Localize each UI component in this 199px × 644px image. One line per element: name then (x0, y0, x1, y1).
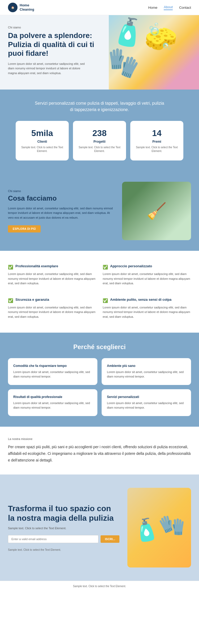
check-icon-3: ✅ (103, 298, 108, 303)
why-card-desc-0: Lorem ipsum dolor sit amet, consetetur s… (13, 370, 92, 379)
feature-item-2: ✅ Sicurezza e garanzia Lorem ipsum dolor… (8, 295, 96, 322)
what-title: Cosa facciamo (8, 194, 114, 202)
feature-header-2: ✅ Sicurezza e garanzia (8, 298, 96, 303)
stat-number-premi: 14 (136, 128, 178, 138)
features-grid: ✅ Professionalità esemplare Lorem ipsum … (8, 261, 191, 322)
hero-chi-siamo: Chi siamo (8, 26, 101, 29)
logo: 🏠 Home Cleaning (8, 3, 34, 12)
nav-links: Home About Contact (148, 5, 191, 10)
cta-desc: Sample text. Click to select the Text El… (8, 527, 119, 530)
stats-section: Servizi personalizzati come pulizia di t… (0, 90, 199, 171)
navbar: 🏠 Home Cleaning Home About Contact (0, 0, 199, 15)
what-image: 🧹 (122, 182, 191, 240)
check-icon-1: ✅ (103, 265, 108, 270)
feature-desc-0: Lorem ipsum dolor sit amet, consetetur s… (8, 272, 96, 286)
explore-button[interactable]: ESPLORA DI PIÙ (8, 225, 41, 232)
stat-desc-premi: Sample text. Click to select the Text El… (136, 146, 178, 153)
what-description: Lorem ipsum dolor sit amet, consetetur s… (8, 206, 114, 220)
why-section: Perché sceglierci Comodità che fa rispar… (0, 333, 199, 427)
footer: Sample text. Click to select the Text El… (0, 581, 199, 591)
nav-link-home[interactable]: Home (148, 6, 158, 10)
feature-desc-3: Lorem ipsum dolor sit amet, consetetur s… (103, 305, 191, 319)
stat-desc-progetti: Sample text. Click to select the Text El… (78, 146, 121, 153)
stat-desc-clienti: Sample text. Click to select the Text El… (21, 146, 63, 153)
stats-cards: 5mila Clienti Sample text. Click to sele… (8, 121, 191, 160)
why-card-title-0: Comodità che fa risparmiare tempo (13, 364, 92, 368)
mission-text: Per creare spazi più puliti, più sani e … (8, 444, 191, 464)
hero-description: Lorem ipsum dolor sit amet, consetetur s… (8, 62, 88, 76)
feature-title-1: Approccio personalizzato (110, 264, 152, 269)
why-card-desc-2: Lorem ipsum dolor sit amet, consetetur s… (13, 401, 92, 410)
feature-header-1: ✅ Approccio personalizzato (103, 264, 191, 270)
hero-section: Chi siamo Da polvere a splendore: Pulizi… (0, 15, 199, 90)
feature-desc-1: Lorem ipsum dolor sit amet, consetetur s… (103, 272, 191, 286)
stat-card-clienti: 5mila Clienti Sample text. Click to sele… (16, 121, 69, 160)
feature-title-0: Professionalità esemplare (15, 264, 58, 269)
nav-link-contact[interactable]: Contact (179, 6, 191, 10)
why-card-desc-1: Lorem ipsum dolor sit amet, consetetur s… (107, 370, 186, 379)
stat-label-premi: Premi (136, 140, 178, 143)
why-card-1: Ambiente più sano Lorem ipsum dolor sit … (102, 358, 191, 385)
feature-header-3: ✅ Ambiente pulito, senza sensi di colpa (103, 298, 191, 303)
hero-content: Chi siamo Da polvere a splendore: Pulizi… (0, 15, 109, 90)
feature-desc-2: Lorem ipsum dolor sit amet, consetetur s… (8, 305, 96, 319)
what-chi-label: Chi siamo (8, 189, 114, 193)
mission-label: La nostra missione (8, 437, 191, 440)
cta-subscribe-button[interactable]: ISCRI... (101, 535, 119, 543)
nav-link-about[interactable]: About (164, 5, 173, 10)
cta-footer-text: Sample text. Click to select the Text El… (8, 548, 119, 551)
cta-email-input[interactable] (8, 535, 98, 543)
cta-content: Trasforma il tuo spazio con la nostra ma… (8, 504, 119, 551)
feature-item-3: ✅ Ambiente pulito, senza sensi di colpa … (103, 295, 191, 322)
stat-number-progetti: 238 (78, 128, 121, 138)
what-we-do-section: Chi siamo Cosa facciamo Lorem ipsum dolo… (0, 171, 199, 251)
stat-card-premi: 14 Premi Sample text. Click to select th… (130, 121, 183, 160)
cta-section: Trasforma il tuo spazio con la nostra ma… (0, 474, 199, 581)
feature-item-1: ✅ Approccio personalizzato Lorem ipsum d… (103, 261, 191, 289)
feature-item-0: ✅ Professionalità esemplare Lorem ipsum … (8, 261, 96, 289)
stat-label-clienti: Clienti (21, 140, 63, 143)
logo-text: Home Cleaning (20, 3, 34, 11)
hero-image: 🧴🧽🧤 (109, 15, 199, 90)
logo-initials: 🏠 (11, 6, 14, 9)
feature-header-0: ✅ Professionalità esemplare (8, 264, 96, 270)
stat-label-progetti: Progetti (78, 140, 121, 143)
logo-icon: 🏠 (8, 3, 18, 12)
stat-number-clienti: 5mila (21, 128, 63, 138)
stats-subtitle: Servizi personalizzati come pulizia di t… (33, 100, 166, 113)
why-card-title-2: Risultati di qualità professionale (13, 395, 92, 399)
why-card-title-3: Servizi personalizzati (107, 395, 186, 399)
why-card-title-1: Ambiente più sano (107, 364, 186, 368)
hero-title: Da polvere a splendore: Pulizia di quali… (8, 31, 101, 58)
cta-title: Trasforma il tuo spazio con la nostra ma… (8, 504, 119, 523)
what-content: Chi siamo Cosa facciamo Lorem ipsum dolo… (8, 189, 114, 233)
mission-section: La nostra missione Per creare spazi più … (0, 427, 199, 474)
why-card-desc-3: Lorem ipsum dolor sit amet, consetetur s… (107, 401, 186, 410)
stat-card-progetti: 238 Progetti Sample text. Click to selec… (73, 121, 126, 160)
check-icon-2: ✅ (8, 298, 13, 303)
why-card-0: Comodità che fa risparmiare tempo Lorem … (8, 358, 97, 385)
why-card-3: Servizi personalizzati Lorem ipsum dolor… (102, 389, 191, 416)
cta-image: 🧴🧤 (127, 488, 191, 567)
features-section: ✅ Professionalità esemplare Lorem ipsum … (0, 251, 199, 333)
why-grid: Comodità che fa risparmiare tempo Lorem … (8, 358, 191, 416)
feature-title-3: Ambiente pulito, senza sensi di colpa (110, 298, 171, 302)
cta-form: ISCRI... (8, 535, 119, 543)
check-icon-0: ✅ (8, 265, 13, 270)
footer-text: Sample text. Click to select the Text El… (8, 585, 191, 588)
feature-title-2: Sicurezza e garanzia (15, 298, 49, 302)
why-title: Perché sceglierci (8, 343, 191, 351)
hero-image-placeholder: 🧴🧽🧤 (109, 15, 199, 90)
why-card-2: Risultati di qualità professionale Lorem… (8, 389, 97, 416)
